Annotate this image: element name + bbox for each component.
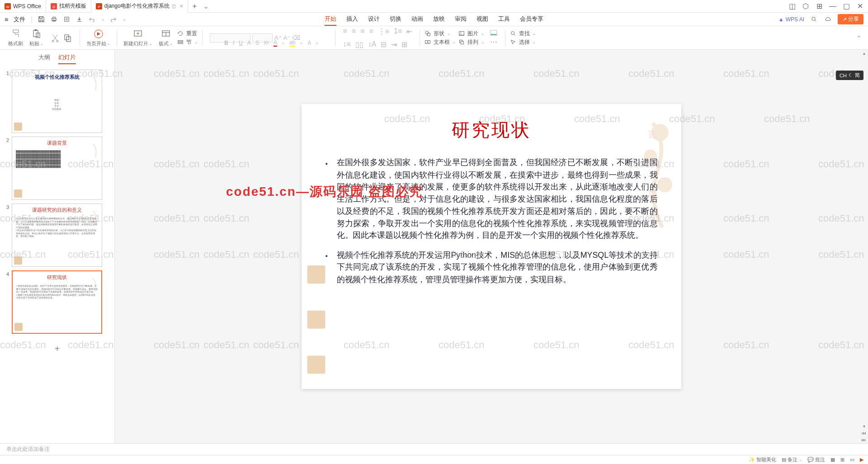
normal-view-icon[interactable]: ▦ [830,457,835,463]
tab-start[interactable]: 开始 [325,13,336,26]
columns-icon[interactable]: ▯▯ [355,40,363,49]
tab-review[interactable]: 审阅 [455,13,467,26]
font-color-button[interactable]: A [274,39,277,47]
notes-toggle[interactable]: ▤备注⌄ [782,456,802,463]
tab-tools[interactable]: 工具 [498,13,510,26]
maximize-icon[interactable]: ▢ [843,3,850,10]
tab-animation[interactable]: 动画 [411,13,423,26]
notes-pane[interactable]: 单击此处添加备注 [0,443,868,455]
section-button[interactable]: 节⌄ [177,38,198,46]
text-direction-icon[interactable]: ↕A [368,40,377,49]
align-left-icon[interactable]: ≡ [343,27,347,36]
save-icon[interactable] [38,16,45,23]
share-button[interactable]: ↗分享 [838,14,863,24]
arrange-button[interactable]: 排列⌄ [458,38,484,46]
tab-view[interactable]: 视图 [476,13,488,26]
new-slide-group[interactable]: 新建幻灯片⌄ [122,28,154,47]
outline-tab[interactable]: 大纲 [38,53,50,64]
indent-right-icon[interactable]: ⇥ [391,40,397,49]
vertical-scrollbar[interactable]: ▴ ▾ ⏮ ⏭ [861,50,867,443]
underline-button[interactable]: U [239,40,243,46]
fill-color-button[interactable] [490,29,498,36]
format-painter-group[interactable]: 格式刷 [6,28,25,47]
apps-icon[interactable]: ⊞ [816,3,823,10]
line-spacing-icon[interactable]: ↕≡ [343,40,350,49]
slide-title[interactable]: 研究现状 [326,118,658,143]
superscript-button[interactable]: X² [264,40,269,46]
tab-menu-caret[interactable]: ⌄ [203,2,209,10]
scroll-up-icon[interactable]: ▴ [862,50,866,57]
cloud-icon[interactable] [824,16,831,23]
indent-left-icon[interactable]: ⇤ [406,27,412,36]
numbering-icon[interactable]: 1≡ [394,27,402,36]
tab-transition[interactable]: 切换 [390,13,401,26]
export-icon[interactable] [76,16,83,23]
comments-toggle[interactable]: 💬批注 [807,456,825,463]
current-slide[interactable]: 吉 祥 如 意 研究现状 在国外很多发达国家，软件产业早已得到全面普及，但我国经… [302,104,681,389]
collapse-ribbon-icon[interactable]: ⌃ [856,34,862,42]
smart-beautify-button[interactable]: ✨智能美化 [749,456,776,463]
align-center-icon[interactable]: ≡ [352,27,356,36]
italic-button[interactable]: I [233,40,234,46]
close-window-icon[interactable]: ✕ [856,3,863,10]
tab-design[interactable]: 设计 [368,13,380,26]
slides-tab[interactable]: 幻灯片 [58,53,76,64]
tab-insert[interactable]: 插入 [346,13,358,26]
print-preview-icon[interactable] [63,16,71,23]
wps-ai-button[interactable]: ▲WPS AI [778,16,804,23]
strike-button[interactable]: S [255,40,259,46]
reading-view-icon[interactable]: ▭ [850,457,854,463]
highlight-button[interactable]: ab [289,39,295,47]
search-icon[interactable] [811,16,818,23]
find-button[interactable]: 查找⌄ [510,30,536,38]
align-justify-icon[interactable]: ≡ [369,27,373,36]
slide-thumb-2[interactable]: 课题背景 ███████████████████████████████████… [12,137,102,200]
undo-dropdown-icon[interactable]: ⌄ [101,17,104,21]
strikethrough-button[interactable]: A [247,40,251,46]
tab-vip[interactable]: 会员专享 [520,13,543,26]
redo-dropdown-icon[interactable]: ⌄ [123,17,126,21]
ime-indicator[interactable]: CH ☾ 简 [836,71,863,80]
cube-icon[interactable]: ⬡ [802,3,809,10]
window-layout-icon[interactable]: ◫ [788,3,796,10]
align-vert-icon[interactable]: ⊟ [381,40,387,49]
select-button[interactable]: 选择⌄ [510,38,536,46]
file-menu[interactable]: 文件 [14,15,25,24]
picture-button[interactable]: 图片⌄ [458,30,484,38]
slide-thumb-1[interactable]: 视频个性化推荐系统 班级:学号:专业:指导教师: [12,70,102,133]
tab-document[interactable]: P django电影个性化推荐系统 ◫ × [91,0,188,13]
from-current-group[interactable]: 当页开始⌄ [85,28,112,47]
layout-group[interactable]: 版式⌄ [157,28,175,47]
slide-body[interactable]: 在国外很多发达国家，软件产业早已得到全面普及，但我国经济已不断发展，不断引进国外… [326,157,658,286]
text-effect-button[interactable]: A [307,40,311,46]
paste-group[interactable]: 粘贴⌄ [28,28,45,47]
minimize-icon[interactable]: — [829,3,836,10]
undo-icon[interactable] [89,16,96,23]
slide-thumb-3[interactable]: 课题研究的目的和意义 • 人们的生活方式正在从物质转向精神层面的生活，通过网络平… [12,204,102,267]
cut-icon[interactable] [51,33,60,43]
bullets-icon[interactable]: ⋮≡ [378,27,389,36]
add-slide-button[interactable]: + [4,337,111,360]
print-icon[interactable] [51,16,58,23]
hamburger-icon[interactable]: ≡ [5,16,8,23]
close-tab-icon[interactable]: × [180,3,183,9]
prev-slide-icon[interactable]: ⏮ [861,430,867,436]
shape-button[interactable]: 形状⌄ [425,30,456,38]
sorter-view-icon[interactable]: ⊞ [840,457,844,463]
reset-button[interactable]: 重置 [177,30,198,38]
textbox-button[interactable]: A文本框⌄ [425,38,456,46]
tab-slideshow[interactable]: 放映 [433,13,445,26]
align-right-icon[interactable]: ≡ [360,27,364,36]
bold-button[interactable]: B [224,40,228,46]
copy-icon[interactable] [63,33,72,43]
tab-wps-office[interactable]: W WPS Office [0,0,46,13]
redo-icon[interactable] [110,16,117,23]
next-slide-icon[interactable]: ⏭ [861,436,867,443]
distribute-icon[interactable]: ⊞ [401,40,407,49]
more-tools-icon[interactable]: ⋯ [490,38,497,46]
slideshow-view-icon[interactable]: ▶ [860,457,863,463]
slide-thumb-4[interactable]: 研究现状 • 在国外很多发达国家，软件产业早已得到全面普及，但我国经济已不断发展… [12,270,102,334]
tab-template[interactable]: D 找稻壳模板 [46,0,91,13]
scroll-down-icon[interactable]: ▾ [862,423,866,430]
add-tab-button[interactable]: + [188,2,201,10]
